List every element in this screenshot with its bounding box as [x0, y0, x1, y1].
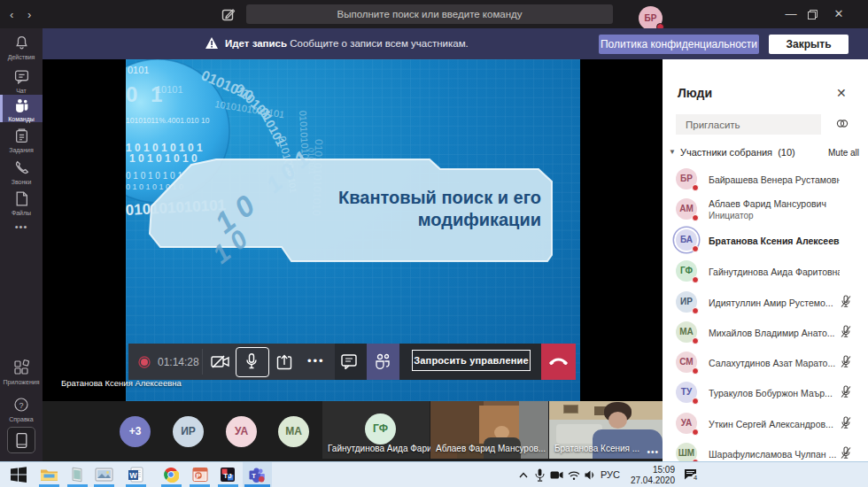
svg-text:TJ: TJ	[223, 472, 231, 480]
svg-text:0101: 0101	[128, 65, 149, 75]
svg-text:10101: 10101	[156, 84, 183, 95]
svg-text:?: ?	[19, 401, 23, 410]
svg-text:P: P	[196, 472, 200, 480]
svg-text:0 1 0 1 0 1 0 1: 0 1 0 1 0 1 0 1	[126, 171, 182, 181]
svg-text:10101011%.4001.010 10: 10101011%.4001.010 10	[126, 116, 210, 125]
svg-text:модификации: модификации	[418, 210, 541, 229]
svg-text:4: 4	[694, 474, 697, 482]
svg-text:T: T	[252, 472, 256, 480]
svg-text:1 0 1 0 1 0 1 0: 1 0 1 0 1 0 1 0	[129, 152, 198, 165]
svg-text:W: W	[129, 471, 137, 480]
svg-text:Квантовый поиск и его: Квантовый поиск и его	[338, 188, 541, 207]
